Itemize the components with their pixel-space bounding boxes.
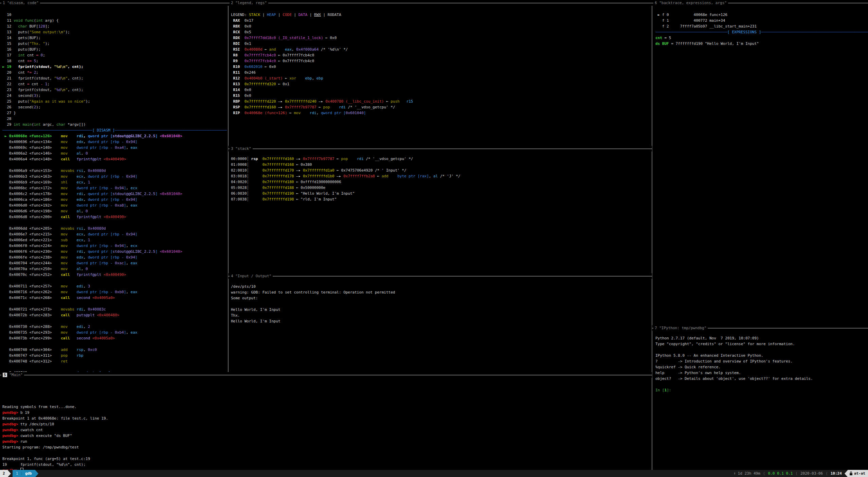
pane-legend-regs[interactable]: LEGEND: STACK | HEAP | CODE | DATA | RWX… [231, 12, 651, 152]
pane-border-main[interactable]: 5 "Main" [0, 372, 652, 378]
terminal-line: 18 cnt += 5; [2, 58, 227, 64]
terminal-line: pwndbg> run [2, 439, 650, 444]
window-item-gdb[interactable]: 1 ⟩ gdb [13, 470, 35, 477]
terminal-line [2, 318, 227, 324]
terminal-line: 0x400730 <func+288> mov edi, 2 [2, 324, 227, 330]
pane-main-gdb-console[interactable]: Reading symbols from test...done.pwndbg>… [2, 381, 650, 473]
terminal-line [2, 450, 650, 456]
pane-number: 7 [655, 326, 657, 330]
pane-border-vertical-left[interactable] [228, 3, 229, 374]
terminal-line: R11 0x246 [231, 70, 651, 75]
terminal-line: cnt = 5 [655, 35, 868, 41]
terminal-line: R15 0x0 [231, 93, 651, 99]
terminal-line: help -> Python's own help system. [655, 370, 868, 376]
powerline-arrow-icon [8, 470, 11, 477]
pane-title-text: "Main" [7, 373, 23, 377]
terminal-line: warning: GDB: Failed to set controlling … [231, 289, 651, 295]
terminal-line: Type "copyright", "credits" or "license"… [655, 341, 868, 347]
pane-border-vertical-right[interactable] [652, 3, 652, 470]
pane-ipython[interactable]: Python 2.7.17 (default, Nov 7 2019, 10:0… [655, 335, 868, 471]
terminal-line: 0x4006a4 <func+148> call fprintf@plt <0x… [2, 156, 227, 162]
terminal-line [655, 382, 868, 387]
pane-title-text: "legend, regs" [233, 1, 267, 5]
terminal-line: 04:0020│ 0x7fffffffd180 ← 0xffffd1900000… [231, 179, 651, 185]
terminal-line: 17 int cnt = 0; [2, 52, 227, 58]
terminal-line: 0x40070c <func+252> call fprintf@plt <0x… [2, 272, 227, 278]
pane-title-io: 4 "Input / Output" [230, 273, 273, 279]
terminal-line: 11 void func(int arg) { [2, 18, 227, 23]
pane-title-text: "disasm, code" [5, 1, 39, 5]
terminal-line: RAX 0x17 [231, 18, 651, 23]
terminal-line: 0x4006d8 <func+200> call fprintf@plt <0x… [2, 214, 227, 220]
pane-input-output[interactable]: /dev/pts/10warning: GDB: Failed to set c… [231, 284, 651, 375]
terminal-line: ────────────────────────────────────────… [2, 127, 227, 133]
lock-icon [849, 471, 853, 476]
terminal-line: RCX 0x5 [231, 29, 651, 35]
terminal-line: 0x4006fe <func+238> mov edx, dword ptr [… [2, 254, 227, 260]
tmux-pwndbg-screen: { "colors":{ "background":"#000000","sta… [0, 0, 868, 477]
terminal-line: 23 fprintf(stdout, "%d\n", cnt); [2, 87, 227, 93]
terminal-line: 0x40071c <func+268> call second <0x4005a… [2, 295, 227, 301]
pane-border-ipython[interactable]: 7 "IPython: tmp/pwndbg" [652, 325, 868, 331]
terminal-line: pwndbg> b 19 [2, 410, 650, 416]
pane-disasm-code[interactable]: 10 11 void func(int arg) { 12 char BUF[1… [2, 12, 227, 376]
terminal-line: In [1]: [655, 387, 868, 393]
terminal-line: 0x4006c2 <func+178> mov rdi, qword ptr [… [2, 191, 227, 197]
terminal-line: 0x400735 <func+293> mov dword ptr [rbp -… [2, 330, 227, 335]
pane-title-ipython: 7 "IPython: tmp/pwndbg" [653, 325, 708, 331]
terminal-line: 0x400747 <func+311> pop rbp [2, 353, 227, 358]
terminal-line: pwndbg> cwatch execute "ds BUF" [2, 433, 650, 439]
pane-border-stack[interactable]: 3 "stack" [228, 146, 652, 152]
pane-number: 1 [3, 1, 5, 5]
pane-title-text: "stack" [233, 146, 251, 151]
terminal-line: Reading symbols from test...done. [2, 404, 650, 410]
pane-number: 6 [655, 1, 657, 5]
pane-title-stack: 3 "stack" [230, 146, 253, 152]
terminal-line: R8 0x7ffff7fcb4c0 ← 0x7ffff7fcb4c0 [231, 52, 651, 58]
window-name: gdb [25, 470, 34, 477]
terminal-line: 28 [2, 116, 227, 122]
pane-stack[interactable]: 00:0000│ rsp 0x7fffffffd160 —▸ 0x7ffff7b… [231, 156, 651, 276]
hostname-text: at-at [854, 470, 865, 477]
pane-title-disasm: 1 "disasm, code" [1, 0, 40, 6]
terminal-line: 27 } [2, 110, 227, 116]
terminal-line: RDI 0x1 [231, 41, 651, 47]
active-pane-number: 5 [3, 373, 7, 377]
terminal-line: 0x4006a2 <func+146> mov al, 0 [2, 151, 227, 156]
terminal-line: 0x4006f0 <func+224> mov dword ptr [rbp -… [2, 243, 227, 249]
terminal-line: RBP 0x7fffffffd220 —▸ 0x7fffffffd240 —▸ … [231, 99, 651, 104]
terminal-line: ? -> Introduction and overview of IPytho… [655, 358, 868, 364]
terminal-line [2, 398, 650, 404]
terminal-line: 24 second(3); [2, 93, 227, 99]
pane-number: 4 [231, 274, 233, 278]
tmux-status-bar: 2 1 ⟩ gdb ↑1d 23h 49m ⟨ 0.0 0.1 0.1 ⟨ 20… [0, 470, 868, 477]
session-badge[interactable]: 2 [0, 470, 8, 477]
terminal-line: Starting program: /tmp/pwndbg/test [2, 444, 650, 450]
terminal-line: RSP 0x7fffffffd160 —▸ 0x7ffff7b97787 ← p… [231, 104, 651, 110]
pane-title-backtrace: 6 "backtrace, expressions, args" [653, 0, 728, 6]
pane-border-io[interactable]: 4 "Input / Output" [228, 273, 652, 279]
terminal-line [2, 381, 650, 387]
pane-title-main: 5 "Main" [1, 372, 24, 378]
terminal-line: 0x4006d0 <func+192> mov dword ptr [rbp -… [2, 202, 227, 208]
terminal-line: ► 19 fprintf(stdout, "%d\n", cnt); [2, 64, 227, 70]
terminal-line: 19 fprintf(stdout, "%d\n", cnt); [2, 462, 650, 467]
terminal-line: 0x4006e7 <func+215> mov ecx, dword ptr [… [2, 231, 227, 237]
pane-backtrace-expressions[interactable]: ► f 0 40068e func+126 f 1 400772 main+34… [655, 12, 868, 328]
pane-border-top[interactable]: 1 "disasm, code" 2 "legend, regs" 6 "bac… [0, 0, 868, 6]
terminal-line: RBX 0x0 [231, 23, 651, 29]
terminal-line: Hello World, I'm Input [231, 318, 651, 324]
terminal-line: 25 puts("Again as it was so nice"); [2, 99, 227, 104]
terminal-line: 05:0028│ 0x7fffffffd188 ← 0x50000000e [231, 185, 651, 191]
terminal-line: 10 [2, 12, 227, 18]
window-index: 1 [16, 470, 18, 477]
pane-number: 2 [231, 1, 233, 5]
terminal-line: %quickref -> Quick reference. [655, 364, 868, 370]
terminal-line: 0x400740 <func+304> add rsp, 0xc0 [2, 347, 227, 353]
terminal-line: 0x4006ed <func+221> sub ecx, 1 [2, 237, 227, 243]
terminal-line: 12 char BUF[128]; [2, 23, 227, 29]
terminal-line: 14 gets(BUF); [2, 35, 227, 41]
terminal-line: RDX 0x7ffff7dd18c0 (_IO_stdfile_1_lock) … [231, 35, 651, 41]
hostname-badge: at-at [848, 470, 868, 477]
terminal-line: R12 0x4004b0 (_start) ← xor ebp, ebp [231, 75, 651, 81]
